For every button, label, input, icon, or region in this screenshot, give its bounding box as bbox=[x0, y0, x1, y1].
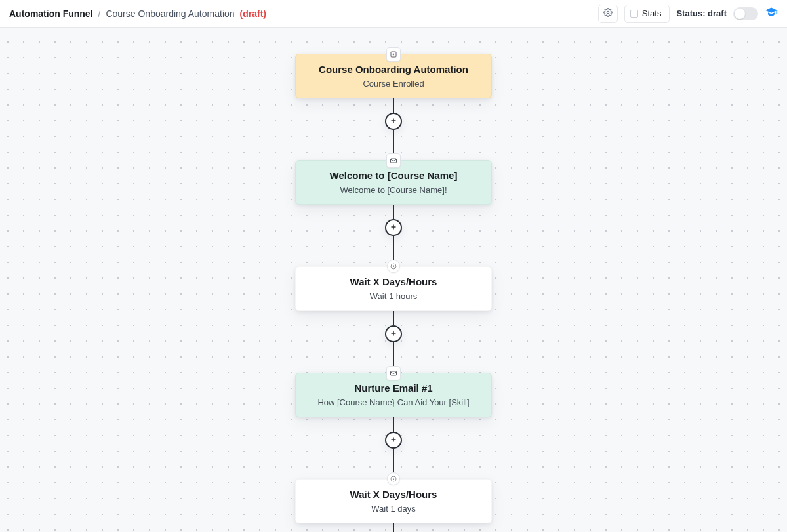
node-trigger[interactable]: Course Onboarding Automation Course Enro… bbox=[295, 54, 492, 98]
node-title: Nurture Email #1 bbox=[306, 382, 481, 394]
connector bbox=[393, 523, 394, 532]
gear-icon bbox=[603, 8, 613, 19]
connector bbox=[385, 311, 402, 373]
help-button[interactable] bbox=[765, 6, 778, 22]
graduation-cap-icon bbox=[765, 6, 778, 22]
node-subtitle: Wait 1 hours bbox=[306, 291, 481, 301]
breadcrumb-root[interactable]: Automation Funnel bbox=[9, 9, 93, 19]
status-label: Status: draft bbox=[676, 9, 727, 18]
settings-button[interactable] bbox=[598, 5, 618, 23]
connector bbox=[385, 417, 402, 479]
email-icon bbox=[386, 153, 401, 168]
stats-label: Stats bbox=[642, 9, 662, 18]
flow: Course Onboarding Automation Course Enro… bbox=[0, 28, 787, 532]
plus-icon bbox=[390, 222, 397, 234]
stats-checkbox-icon bbox=[630, 10, 638, 18]
node-title: Welcome to [Course Name] bbox=[306, 170, 481, 181]
node-subtitle: Welcome to [Course Name]! bbox=[306, 185, 481, 195]
node-title: Course Onboarding Automation bbox=[306, 64, 481, 75]
node-title: Wait X Days/Hours bbox=[306, 276, 481, 287]
clock-icon bbox=[387, 260, 400, 273]
plus-icon bbox=[390, 328, 397, 340]
svg-point-0 bbox=[607, 11, 609, 14]
node-wait[interactable]: Wait X Days/Hours Wait 1 hours bbox=[295, 266, 492, 311]
breadcrumb-draft-tag: (draft) bbox=[240, 9, 266, 19]
breadcrumb: Automation Funnel / Course Onboarding Au… bbox=[9, 9, 266, 19]
add-step-button[interactable] bbox=[385, 325, 402, 342]
canvas[interactable]: Course Onboarding Automation Course Enro… bbox=[0, 28, 787, 532]
trigger-icon bbox=[386, 47, 401, 62]
node-subtitle: Wait 1 days bbox=[306, 504, 481, 514]
clock-icon bbox=[387, 472, 400, 485]
status-toggle[interactable] bbox=[733, 7, 758, 20]
breadcrumb-funnel-name: Course Onboarding Automation bbox=[106, 9, 234, 19]
plus-icon bbox=[390, 115, 397, 127]
header-actions: Stats Status: draft bbox=[598, 5, 778, 23]
node-subtitle: Course Enrolled bbox=[306, 79, 481, 89]
node-title: Wait X Days/Hours bbox=[306, 489, 481, 500]
node-email[interactable]: Nurture Email #1 How [Course Name} Can A… bbox=[295, 373, 492, 417]
node-subtitle: How [Course Name} Can Aid Your [Skill] bbox=[306, 398, 481, 407]
add-step-button[interactable] bbox=[385, 219, 402, 236]
plus-icon bbox=[390, 434, 397, 446]
breadcrumb-separator: / bbox=[98, 9, 101, 19]
toggle-knob bbox=[735, 9, 745, 19]
node-wait[interactable]: Wait X Days/Hours Wait 1 days bbox=[295, 479, 492, 523]
connector bbox=[385, 205, 402, 266]
header: Automation Funnel / Course Onboarding Au… bbox=[0, 0, 787, 28]
node-email[interactable]: Welcome to [Course Name] Welcome to [Cou… bbox=[295, 160, 492, 205]
connector bbox=[385, 98, 402, 160]
add-step-button[interactable] bbox=[385, 432, 402, 449]
stats-button[interactable]: Stats bbox=[624, 5, 670, 23]
add-step-button[interactable] bbox=[385, 113, 402, 130]
email-icon bbox=[386, 366, 401, 380]
